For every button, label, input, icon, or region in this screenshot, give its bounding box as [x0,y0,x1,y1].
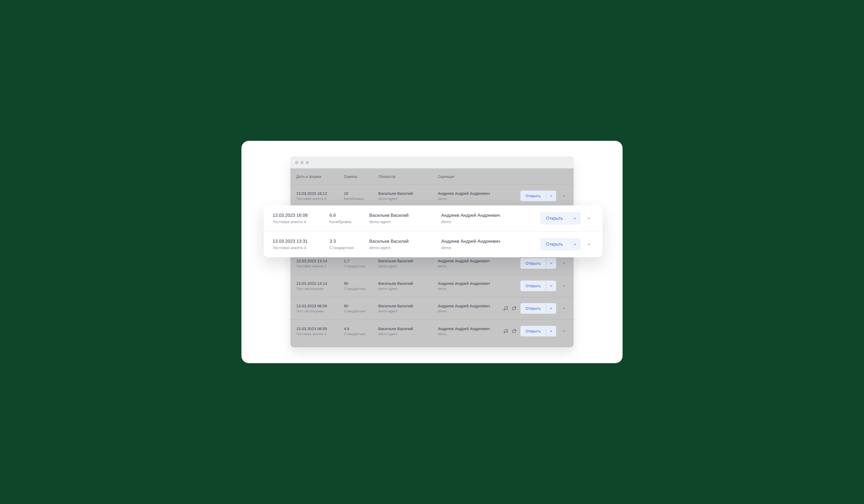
chat-icon[interactable] [512,306,517,311]
expand-row-button[interactable] [560,327,568,335]
cell-datetime: 13.03.2023 13:14 [296,259,344,263]
cell-evaluator: Андреев Андрей Андреевич demo [441,213,525,224]
open-dropdown-button[interactable] [546,258,556,269]
cell-score: 90 Стандартная [344,304,378,313]
cell-date-form: 13.03.2023 16:12 Тестовая анкета 4 [296,191,344,201]
score-type: Стандартная [344,332,378,336]
open-button[interactable]: Открыть [520,191,546,201]
open-dropdown-button[interactable] [546,326,556,336]
cell-form: Тестовая анкета 4 [273,245,329,250]
cell-date-form: 13.03.2023 08:56 Тест автооценки [296,304,344,313]
open-dropdown-button[interactable] [569,212,581,225]
expand-row-button[interactable] [560,260,568,267]
evaluator-sub: demo [438,332,499,336]
open-dropdown-button[interactable] [546,191,556,201]
table-row: 13.03.2023 16:08 Тестовая анкета 4 6.6 К… [264,205,602,231]
open-button[interactable]: Открыть [520,326,546,336]
evaluator-sub: demo [441,245,525,250]
open-button-group: Открыть [520,258,556,269]
score-value: 90 [344,304,378,308]
evaluator-name: Андреев Андрей Андреевич [441,239,525,244]
evaluator-sub: demo [438,264,499,268]
expand-row-button[interactable] [585,214,593,223]
cell-form: Тестовая анкета 4 [296,264,344,268]
cell-form: Тестовая анкета 4 [296,197,344,201]
cell-evaluator: Андреев Андрей Андреевич demo [438,281,499,291]
table-row: 13.03.2023 13:31 Тестовая анкета 4 3.3 С… [264,231,602,257]
open-dropdown-button[interactable] [546,303,556,314]
open-button-group: Открыть [540,212,581,225]
evaluator-name: Андреев Андрей Андреевич [438,259,499,263]
open-button[interactable]: Открыть [520,258,546,269]
cell-form: Тест автооценки [296,287,344,291]
col-operator: Оператор [378,175,438,179]
open-button[interactable]: Открыть [540,238,569,250]
open-button[interactable]: Открыть [520,303,546,314]
cell-score: 90 Стандартная [344,281,378,291]
score-value: 1.7 [344,259,378,263]
cell-date-form: 13.03.2023 13:31 Тестовая анкета 4 [273,239,329,250]
row-actions: Открыть [525,212,593,225]
score-type: Стандартная [329,245,369,250]
row-actions: Открыть [499,191,568,201]
cell-evaluator: Андреев Андрей Андреевич demo [438,304,499,313]
open-dropdown-button[interactable] [546,280,556,291]
traffic-light-yellow[interactable] [300,161,304,164]
open-button-group: Открыть [540,238,581,250]
cell-date-form: 13.03.2023 08:55 Тестовая анкета 4 [296,326,344,336]
cell-operator: Васильев Василий demo-agent [369,213,441,224]
cell-score: 10 Калибровка [344,191,378,201]
cell-operator: Васильев Василий demo-agent [378,281,438,291]
operator-name: Васильев Василий [378,191,438,196]
row-actions: Открыть [499,280,568,291]
open-button-group: Открыть [520,326,556,336]
operator-sub: demo-agent [378,309,438,313]
row-actions: Открыть [525,238,593,250]
evaluator-sub: demo [438,309,499,313]
score-type: Стандартная [344,264,378,268]
cell-operator: Васильев Василий demo-agent [378,191,438,201]
cell-datetime: 13.03.2023 13:14 [296,281,344,286]
row-actions: Открыть [499,258,568,269]
expand-row-button[interactable] [560,282,568,290]
expand-row-button[interactable] [560,304,568,312]
row-actions: Открыть [499,303,568,314]
table-row: 13.03.2023 13:14 Тест автооценки 90 Стан… [290,275,574,297]
cell-datetime: 13.03.2023 16:08 [273,213,329,218]
score-value: 3.3 [329,239,369,244]
score-value: 4.6 [344,326,378,331]
cell-evaluator: Андреев Андрей Андреевич demo [438,191,499,201]
expand-row-button[interactable] [585,240,593,249]
evaluator-name: Андреев Андрей Андреевич [438,191,499,196]
chat-icon[interactable] [512,328,517,334]
cell-evaluator: Андреев Андрей Андреевич demo [441,239,525,250]
traffic-light-green[interactable] [306,161,309,164]
audio-icon[interactable] [503,306,508,311]
col-evaluator: Оценщик [438,175,499,179]
score-type: Стандартная [344,309,378,313]
evaluator-name: Андреев Андрей Андреевич [438,304,499,308]
evaluator-name: Андреев Андрей Андреевич [438,281,499,286]
cell-datetime: 13.03.2023 13:31 [273,239,329,244]
cell-operator: Васильев Василий demo-agent [378,259,438,268]
cell-operator: Васильев Василий demo-agent [378,326,438,336]
score-type: Калибровка [329,219,369,224]
open-dropdown-button[interactable] [569,238,581,250]
open-button[interactable]: Открыть [520,280,546,291]
cell-score: 4.6 Стандартная [344,326,378,336]
popout-card: 13.03.2023 16:08 Тестовая анкета 4 6.6 К… [264,205,602,257]
score-value: 90 [344,281,378,286]
col-score: Оценка [344,175,378,179]
traffic-light-red[interactable] [295,161,298,164]
open-button[interactable]: Открыть [540,212,569,225]
open-button-group: Открыть [520,191,556,201]
operator-name: Васильев Василий [378,326,438,331]
cell-score: 6.6 Калибровка [329,213,369,224]
audio-icon[interactable] [503,328,508,334]
score-value: 10 [344,191,378,196]
open-button-group: Открыть [520,280,556,291]
evaluator-sub: demo [438,197,499,201]
window-titlebar [290,157,574,168]
cell-date-form: 13.03.2023 16:08 Тестовая анкета 4 [273,213,329,224]
expand-row-button[interactable] [560,192,568,200]
